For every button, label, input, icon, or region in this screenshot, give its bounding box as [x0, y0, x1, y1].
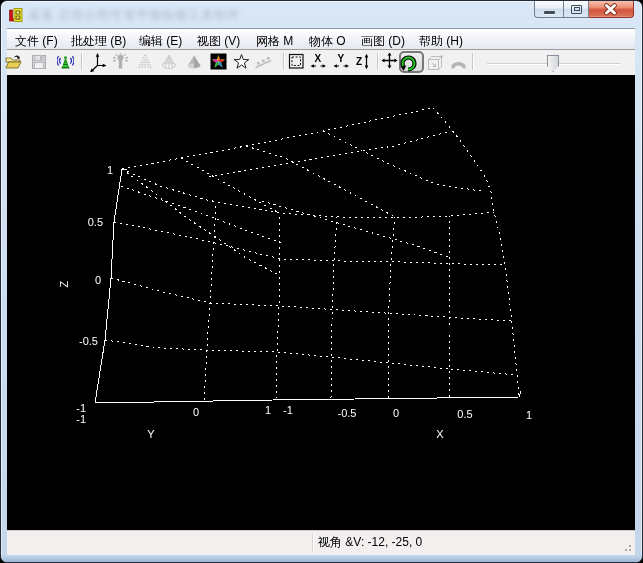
svg-text:Y: Y: [338, 53, 345, 64]
svg-text:-1: -1: [283, 404, 293, 416]
svg-text:-0.5: -0.5: [338, 407, 357, 419]
svg-text:-1: -1: [76, 413, 86, 425]
svg-text:0: 0: [393, 407, 399, 419]
svg-text:1: 1: [265, 404, 271, 416]
svg-text:Z: Z: [356, 56, 362, 67]
svg-text:-0.5: -0.5: [79, 335, 98, 347]
svg-text:0.5: 0.5: [88, 216, 103, 228]
svg-text:Y: Y: [147, 428, 155, 440]
svg-text:0: 0: [95, 274, 101, 286]
svg-text:X: X: [436, 428, 444, 440]
svg-text:X: X: [315, 53, 322, 64]
svg-text:1: 1: [526, 409, 532, 421]
svg-text:Z: Z: [58, 280, 70, 287]
svg-text:0.5: 0.5: [457, 408, 472, 420]
svg-text:0: 0: [193, 406, 199, 418]
svg-text:1: 1: [107, 164, 113, 176]
